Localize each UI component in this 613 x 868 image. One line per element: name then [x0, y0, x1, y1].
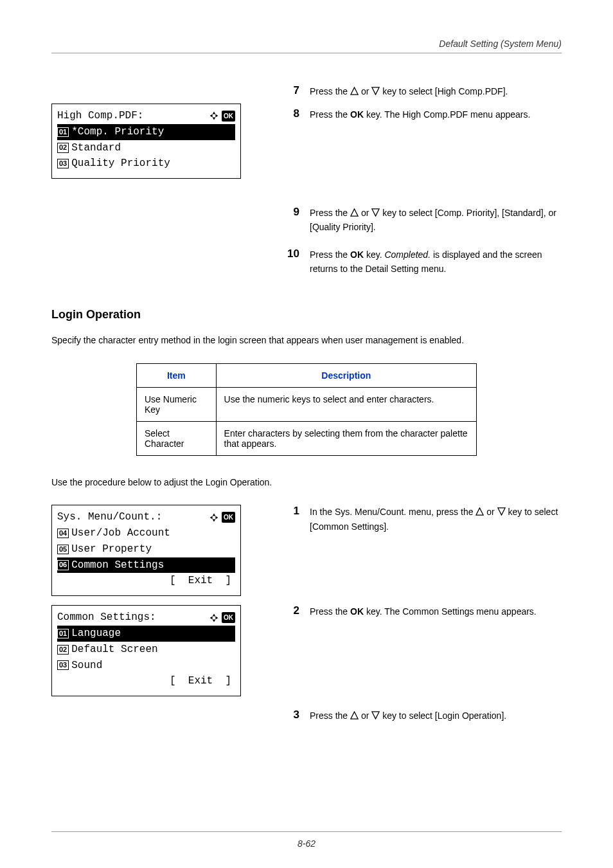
step-number: 2	[283, 604, 299, 619]
lcd-row: 01Language	[57, 626, 235, 642]
lcd-sys-menu: Sys. Menu/Count.: OK 04User/Job Account0…	[51, 505, 241, 596]
lcd-row: 02Standard	[57, 140, 235, 156]
row-number: 04	[57, 529, 69, 538]
step-body: Press the OK key. The High Comp.PDF menu…	[310, 107, 530, 122]
row-text: Sound	[71, 658, 102, 674]
nav-ok-icon: OK	[209, 111, 235, 122]
table-cell: Enter characters by selecting them from …	[216, 421, 476, 455]
up-triangle-icon	[475, 507, 484, 516]
lcd-softkey-exit: [ Exit ]	[57, 673, 235, 689]
nav-ok-icon: OK	[209, 612, 235, 624]
step: 1In the Sys. Menu/Count. menu, press the…	[283, 505, 562, 534]
row-number: 01	[57, 629, 69, 638]
step-number: 7	[283, 84, 299, 98]
page-number: 8-62	[0, 831, 613, 849]
lcd3-rows: 01Language 02Default Screen03Sound	[57, 626, 235, 673]
steps-top: 7Press the or key to select [High Comp.P…	[283, 84, 562, 276]
step-number: 3	[283, 709, 299, 723]
row-number: 05	[57, 545, 69, 554]
row-number: 03	[57, 660, 69, 670]
lcd-title: Common Settings:	[57, 610, 156, 626]
lcd-row: 01*Comp. Priority	[57, 124, 235, 140]
table-header-item: Item	[137, 363, 217, 387]
row-number: 03	[57, 159, 69, 168]
lcd2-rows: 04User/Job Account05User Property06Commo…	[57, 525, 235, 573]
lcd-row: 05User Property	[57, 541, 235, 557]
step-body: Press the or key to select [High Comp.PD…	[310, 84, 508, 98]
step-number: 9	[283, 206, 299, 235]
row-text: User/Job Account	[71, 525, 170, 541]
step-body: Press the OK key. The Common Settings me…	[310, 604, 537, 619]
step: 2Press the OK key. The Common Settings m…	[283, 604, 562, 619]
procedure-lead: Use the procedure below to adjust the Lo…	[51, 475, 562, 489]
up-triangle-icon	[350, 208, 359, 217]
up-triangle-icon	[350, 87, 359, 95]
row-text: User Property	[71, 541, 152, 557]
row-text: Common Settings	[71, 557, 182, 574]
row-number: 02	[57, 143, 69, 152]
step: 7Press the or key to select [High Comp.P…	[283, 84, 562, 98]
table-cell: Select Character	[137, 421, 217, 455]
down-triangle-icon	[371, 87, 380, 95]
lcd-row: 03Sound	[57, 658, 235, 674]
table-row: Use Numeric KeyUse the numeric keys to s…	[137, 387, 477, 421]
lcd-title: High Comp.PDF:	[57, 108, 143, 124]
row-number: 06	[57, 560, 69, 570]
row-number: 02	[57, 645, 69, 655]
table-header-desc: Description	[216, 363, 476, 387]
step-body: In the Sys. Menu/Count. menu, press the …	[310, 505, 562, 534]
step: 10Press the OK key. Completed. is displa…	[283, 248, 562, 276]
ok-badge: OK	[222, 111, 235, 122]
ok-badge: OK	[222, 512, 235, 523]
page-header: Default Setting (System Menu)	[51, 39, 562, 53]
row-text: *Comp. Priority	[71, 124, 182, 140]
lcd-row: 04User/Job Account	[57, 525, 235, 541]
table-cell: Use the numeric keys to select and enter…	[216, 387, 476, 421]
lcd-row: 03Quality Priority	[57, 156, 235, 172]
login-operation-table: Item Description Use Numeric KeyUse the …	[136, 363, 477, 456]
row-number: 01	[57, 127, 69, 137]
table-row: Select CharacterEnter characters by sele…	[137, 421, 477, 455]
nav-ok-icon: OK	[209, 512, 235, 523]
step-number: 10	[283, 248, 299, 276]
lcd-title: Sys. Menu/Count.:	[57, 509, 162, 525]
step: 9Press the or key to select [Comp. Prior…	[283, 206, 562, 235]
lcd-high-comp-pdf: High Comp.PDF: OK 01*Comp. Priority 02St…	[51, 104, 241, 179]
row-text: Default Screen	[71, 642, 157, 658]
row-text: Language	[71, 626, 182, 642]
lcd-common-settings: Common Settings: OK 01Language 02Default…	[51, 605, 241, 696]
row-text: Standard	[71, 140, 121, 156]
lcd-row: 02Default Screen	[57, 642, 235, 658]
step-body: Press the or key to select [Comp. Priori…	[310, 206, 562, 235]
login-operation-heading: Login Operation	[51, 308, 562, 321]
login-table-body: Use Numeric KeyUse the numeric keys to s…	[137, 387, 477, 455]
step-body: Press the OK key. Completed. is displaye…	[310, 248, 562, 276]
step-number: 8	[283, 107, 299, 122]
step-number: 1	[283, 505, 299, 534]
step: 3Press the or key to select [Login Opera…	[283, 709, 562, 723]
login-operation-intro: Specify the character entry method in th…	[51, 333, 562, 347]
down-triangle-icon	[497, 507, 506, 516]
steps-bottom: 1In the Sys. Menu/Count. menu, press the…	[283, 505, 562, 723]
row-text: Quality Priority	[71, 156, 170, 172]
ok-badge: OK	[222, 612, 235, 624]
step-body: Press the or key to select [Login Operat…	[310, 709, 506, 723]
lcd-row: 06Common Settings	[57, 557, 235, 574]
table-cell: Use Numeric Key	[137, 387, 217, 421]
down-triangle-icon	[371, 711, 380, 719]
up-triangle-icon	[350, 711, 359, 719]
down-triangle-icon	[371, 208, 380, 217]
step: 8Press the OK key. The High Comp.PDF men…	[283, 107, 562, 122]
lcd-softkey-exit: [ Exit ]	[57, 573, 235, 589]
lcd1-rows: 01*Comp. Priority 02Standard03Quality Pr…	[57, 124, 235, 172]
